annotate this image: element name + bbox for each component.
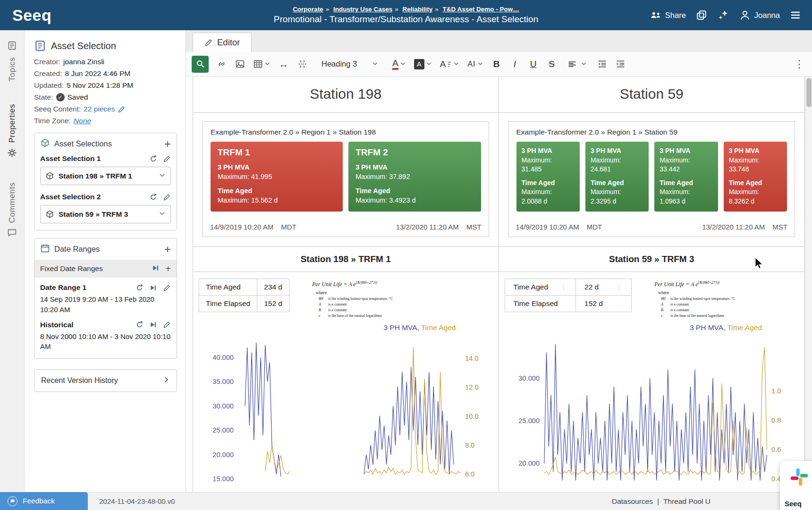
pencil-icon[interactable] [118, 105, 126, 113]
pencil-icon[interactable] [163, 193, 171, 201]
breadcrumb-link-industry-use-cases[interactable]: Industry Use Cases [333, 6, 392, 13]
svg-text:20.000: 20.000 [212, 451, 234, 459]
pencil-icon[interactable] [163, 284, 171, 292]
metric-card-4[interactable]: 3 PH MVA Maximum: 33.748 Time Aged Maxim… [724, 142, 787, 212]
pencil-icon[interactable] [163, 321, 171, 329]
editor-toolbar: ↔ Heading 3 A A A AI [186, 52, 812, 76]
asset-selections-title: Asset Selections [54, 139, 112, 148]
outdent-icon [597, 59, 607, 69]
add-asset-selection-button[interactable]: + [164, 138, 171, 150]
pencil-icon[interactable] [163, 155, 171, 163]
timezone-link[interactable]: None [74, 117, 91, 125]
svg-text:0.8: 0.8 [771, 416, 781, 424]
stats-table[interactable]: Time Aged⋮ 22 d⋮ Time Elapsed 152 d [505, 279, 632, 312]
step-to-end-icon[interactable] [149, 284, 157, 292]
breadcrumb-link-td-asset-demo[interactable]: T&D Asset Demo - Pow… [443, 6, 519, 13]
metric-card-trfm1[interactable]: TRFM 1 3 PH MVA Maximum: 41.995 Time Age… [211, 142, 343, 212]
station-198-cell: Example-Transformer 2.0 » Region 1 » Sta… [193, 113, 499, 247]
header-actions: Share Joanna [650, 9, 812, 21]
vertical-scrollbar[interactable] [805, 76, 812, 492]
rail-item-comments[interactable]: Comments [7, 182, 17, 239]
letter-style-button[interactable]: AI [464, 56, 486, 73]
scrollbar-thumb[interactable] [806, 78, 812, 107]
feedback-bubble-icon [8, 496, 17, 506]
refresh-icon[interactable] [135, 284, 144, 292]
version-timestamp: 2024-11-04-23-48-00.v0 [99, 497, 175, 505]
table-button[interactable] [250, 56, 274, 73]
strikethrough-button[interactable]: S [543, 56, 560, 73]
rail-item-topics[interactable]: Topics [7, 41, 17, 81]
user-menu[interactable]: Joanna [739, 9, 780, 21]
left-rail: Topics Properties Comments [0, 30, 25, 492]
sidebar-title: Asset Selection [51, 41, 116, 51]
share-people-icon [650, 9, 662, 21]
trend-chart-trfm1: 3 PH MVA, Time Aged 40.00035.00030.00025… [199, 323, 493, 492]
share-button[interactable]: Share [650, 9, 686, 21]
asset-selection-2-dropdown[interactable]: Station 59 » TRFM 3 [40, 205, 171, 223]
svg-text:20.000: 20.000 [518, 459, 540, 467]
meta-timezone: Time Zone: None [34, 117, 177, 125]
link-button[interactable] [213, 56, 230, 73]
slack-toast[interactable]: Seeq [780, 461, 812, 510]
underline-button[interactable]: U [525, 56, 542, 73]
rail-item-properties[interactable]: Properties [7, 104, 17, 159]
pieces-link[interactable]: 22 pieces [84, 105, 115, 113]
refresh-icon[interactable] [149, 193, 157, 201]
meta-created: Created: 8 Jun 2022 4:46 PM [34, 69, 177, 78]
app-body: Topics Properties Comments Asset Selecti… [0, 30, 812, 492]
refresh-icon[interactable] [149, 155, 157, 163]
check-circle-icon: ✓ [56, 93, 65, 102]
breadcrumb-link-corporate[interactable]: Corporate [293, 6, 323, 13]
share-label: Share [665, 11, 686, 20]
heading-select[interactable]: Heading 3 [317, 57, 383, 71]
stats-table[interactable]: Time Aged234 d Time Elapsed152 d [199, 279, 289, 312]
svg-text:0.6: 0.6 [771, 446, 781, 453]
bold-button[interactable]: B [488, 56, 505, 73]
tab-row: Editor [186, 30, 812, 52]
drag-handle-icon[interactable]: ⋮ [560, 283, 567, 290]
drag-handle-icon[interactable]: ⋮ [616, 283, 623, 290]
step-to-end-icon[interactable] [149, 321, 157, 329]
hamburger-menu-icon[interactable] [789, 9, 802, 21]
metric-card-1[interactable]: 3 PH MVA Maximum: 31.485 Time Aged Maxim… [516, 142, 580, 212]
page-title: Promotional - Transformer/Substation Awa… [194, 14, 618, 25]
duplicate-worksheet-icon[interactable] [695, 9, 708, 21]
ai-sparkles-icon[interactable] [717, 9, 729, 21]
recent-version-history-button[interactable]: Recent Version History [34, 369, 177, 392]
italic-button[interactable]: I [507, 56, 524, 73]
insert-seeq-content-button[interactable] [192, 56, 209, 73]
add-fixed-date-range-button[interactable]: + [165, 264, 171, 273]
datasources-link[interactable]: Datasources [612, 497, 653, 506]
tab-editor[interactable]: Editor [193, 33, 252, 52]
station-198-box: Example-Transformer 2.0 » Region 1 » Sta… [203, 121, 489, 237]
overflow-menu-button[interactable]: ⋮ [792, 58, 806, 70]
svg-text:15.000: 15.000 [212, 475, 234, 483]
metric-card-2[interactable]: 3 PH MVA Maximum: 24.681 Time Aged Maxim… [585, 142, 649, 212]
chevron-right-icon [162, 376, 170, 385]
station-59-cell: Example-Transformer 2.0 » Region 1 » Sta… [499, 113, 805, 247]
journal-icon [7, 41, 17, 52]
breadcrumb-link-reliability[interactable]: Reliability [403, 6, 433, 13]
text-color-button[interactable]: A [389, 56, 409, 73]
metric-card-3[interactable]: 3 PH MVA Maximum: 33.442 Time Aged Maxim… [654, 142, 718, 212]
align-button[interactable] [563, 57, 592, 72]
resize-horizontal-button[interactable]: ↔ [275, 56, 292, 73]
indent-button[interactable] [612, 56, 629, 73]
chart-plot: 30.00025.00020.0001.00.80.60.4 [505, 323, 799, 492]
add-date-range-button[interactable]: + [164, 244, 171, 255]
step-to-end-icon[interactable] [152, 264, 160, 272]
text-color-icon: A [392, 59, 398, 70]
image-button[interactable] [231, 56, 248, 73]
font-size-button[interactable]: A [437, 56, 463, 73]
highlight-color-button[interactable]: A [411, 56, 435, 73]
user-name: Joanna [754, 11, 780, 20]
asset-selection-1-dropdown[interactable]: Station 198 » TRFM 1 [40, 167, 171, 185]
page-break-button[interactable] [294, 56, 311, 73]
refresh-icon[interactable] [135, 321, 144, 329]
metric-card-trfm2[interactable]: TRFM 2 3 PH MVA Maximum: 37.892 Time Age… [348, 142, 481, 212]
thread-pool-link[interactable]: Thread Pool U [663, 497, 710, 506]
feedback-button[interactable]: Feedback [0, 492, 88, 510]
calendar-icon [40, 243, 50, 255]
outdent-button[interactable] [594, 56, 611, 73]
seeq-logo[interactable]: Seeq [0, 6, 64, 25]
